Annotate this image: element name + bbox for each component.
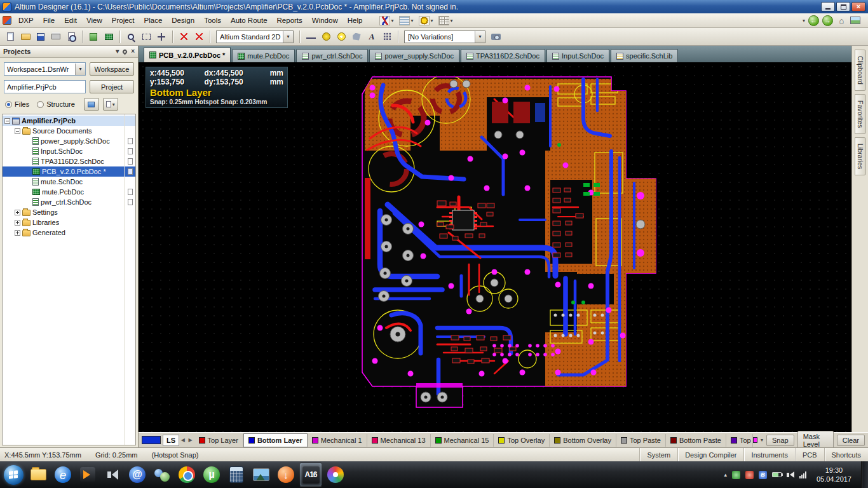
variations-combo[interactable]: [No Variations] ▾ [404,30,485,43]
collapse-toggle[interactable] [15,128,20,134]
menu-window[interactable]: Window [308,15,342,26]
scroll-layers-left-icon[interactable]: ◀ [179,435,187,445]
save-button[interactable] [34,30,48,44]
taskbar-explorer-icon[interactable] [27,463,50,487]
layer-tab-bottom-layer[interactable]: Bottom Layer [243,433,308,447]
tree-item-source-documents[interactable]: Source Documents [3,126,135,136]
pcb-editor-canvas[interactable]: x:445,500 dx:445,500 mm y:153,750 dy:153… [139,62,851,432]
back-button[interactable]: ← [808,15,819,26]
tray-bluetooth-icon[interactable]: B [759,471,767,479]
open-options-button[interactable]: ▾ [103,98,118,111]
layer-set-chip[interactable]: LS [163,435,179,446]
show-desktop-button[interactable] [861,461,868,488]
sync-documents-button[interactable] [84,98,99,111]
print-button[interactable] [49,30,63,44]
layer-tab-top-layer[interactable]: Top Layer [194,434,243,447]
layer-tab-bottom-overlay[interactable]: Bottom Overlay [550,434,616,447]
tree-item-pwr-ctrl[interactable]: pwr_ctrl.SchDoc [3,197,135,207]
start-button[interactable] [2,463,25,487]
via-style-tool[interactable]: ▾ [416,15,435,27]
board-wizard-button[interactable] [102,30,116,44]
clear-filter-button[interactable] [192,30,206,44]
layer-tab-top-partial[interactable]: Top [726,434,753,447]
place-via-button[interactable] [334,30,348,44]
menu-help[interactable]: Help [343,15,367,26]
taskbar-chrome-icon[interactable] [175,463,198,487]
place-pad-button[interactable] [319,30,333,44]
zoom-fit-button[interactable] [124,30,138,44]
taskbar-volume-mixer-icon[interactable] [101,463,124,487]
expand-toggle[interactable] [15,210,20,215]
shortcuts-panels-button[interactable]: Shortcuts [824,448,868,461]
taskbar-network-places-icon[interactable] [151,463,173,487]
menu-tools[interactable]: Tools [200,15,226,26]
doc-tab-pcb-v2[interactable]: PCB_v.2.0.PcbDoc * [144,47,231,62]
tree-item-settings[interactable]: Settings [3,207,135,217]
camera-button[interactable] [489,30,503,44]
layer-tab-top-overlay[interactable]: Top Overlay [494,434,550,447]
panel-close-icon[interactable]: × [131,48,135,55]
layer-tab-bottom-paste[interactable]: Bottom Paste [666,434,726,447]
project-field[interactable]: Amplifier.PrjPcb [4,80,86,93]
pcb-panels-button[interactable]: PCB [795,448,824,461]
chevron-down-icon[interactable]: ▾ [475,31,485,43]
taskbar-clock[interactable]: 19:30 05.04.2017 [811,466,857,484]
project-button[interactable]: Project [90,80,134,93]
menu-place[interactable]: Place [140,15,167,26]
taskbar-altium-icon[interactable]: A16 [299,463,322,487]
tree-item-pcb-v2-selected[interactable]: PCB_v.2.0.PcbDoc * [3,166,135,177]
tray-messenger-icon[interactable] [732,471,740,479]
doc-tab-power-supply[interactable]: power_supply.SchDoc [369,49,459,62]
pin-icon[interactable] [123,50,127,54]
grid-setup-tool[interactable]: ▾ [436,15,455,27]
scroll-layers-right-icon[interactable]: ▶ [187,435,194,445]
view-style-combo[interactable]: Altium Standard 2D ▾ [216,30,294,43]
taskbar-utorrent-icon[interactable]: µ [200,463,223,487]
layer-color-icon[interactable] [753,437,757,443]
snap-button[interactable]: Snap [766,435,794,446]
chevron-down-icon[interactable]: ▾ [75,64,85,75]
taskbar-calculator-icon[interactable] [225,463,248,487]
clear-button[interactable]: Clear [837,435,865,446]
files-radio[interactable] [5,101,12,108]
menu-project[interactable]: Project [107,15,139,26]
move-view-button[interactable] [154,30,168,44]
expand-toggle[interactable] [15,230,20,236]
tree-item-mute-sch[interactable]: mute.SchDoc [3,177,135,187]
menu-dxp[interactable]: DXP [14,15,38,26]
tree-item-power-supply[interactable]: power_supply.SchDoc [3,136,135,146]
tree-item-tpa3116d2[interactable]: TPA3116D2.SchDoc [3,156,135,166]
layer-tab-mechanical-13[interactable]: Mechanical 13 [367,434,431,447]
interactive-routing-tool[interactable]: ▾ [377,15,396,27]
tray-network-icon[interactable] [799,471,806,478]
place-polygon-button[interactable] [349,30,363,44]
cross-probe-button[interactable] [177,30,191,44]
zoom-area-button[interactable] [139,30,153,44]
print-preview-button[interactable] [64,30,78,44]
clipboard-side-tab[interactable]: Clipboard [855,50,866,91]
tree-item-amplifier-prjpcb[interactable]: Amplifier.PrjPcb [3,116,135,126]
taskbar-media-player-icon[interactable] [76,463,99,487]
open-project-button[interactable] [86,30,100,44]
layer-stack-tool[interactable]: ▾ [397,15,416,27]
layer-sets-dropdown-icon[interactable]: ▾ [761,437,763,443]
layer-tab-top-paste[interactable]: Top Paste [616,434,666,447]
panel-menu-icon[interactable]: ▾ [116,48,119,55]
doc-tab-input[interactable]: Input.SchDoc [546,49,609,62]
system-panels-button[interactable]: System [639,448,677,461]
dxp-logo-icon[interactable] [3,16,11,25]
structure-radio[interactable] [37,101,44,108]
menu-file[interactable]: File [39,15,60,26]
menu-reports[interactable]: Reports [273,15,307,26]
menu-edit[interactable]: Edit [60,15,81,26]
tree-item-mute-pcb[interactable]: mute.PcbDoc [3,187,135,197]
doc-tab-mute-pcb[interactable]: mute.PcbDoc [232,49,295,62]
maximize-button[interactable] [836,2,850,11]
menu-auto-route[interactable]: Auto Route [226,15,272,26]
chevron-down-icon[interactable]: ▾ [283,31,293,43]
layer-tab-mechanical-1[interactable]: Mechanical 1 [308,434,367,447]
doc-tab-pwr-ctrl[interactable]: pwr_ctrl.SchDoc [296,49,368,62]
taskbar-mail-icon[interactable]: @ [126,463,149,487]
place-dimension-button[interactable] [304,30,318,44]
open-document-button[interactable] [18,30,32,44]
